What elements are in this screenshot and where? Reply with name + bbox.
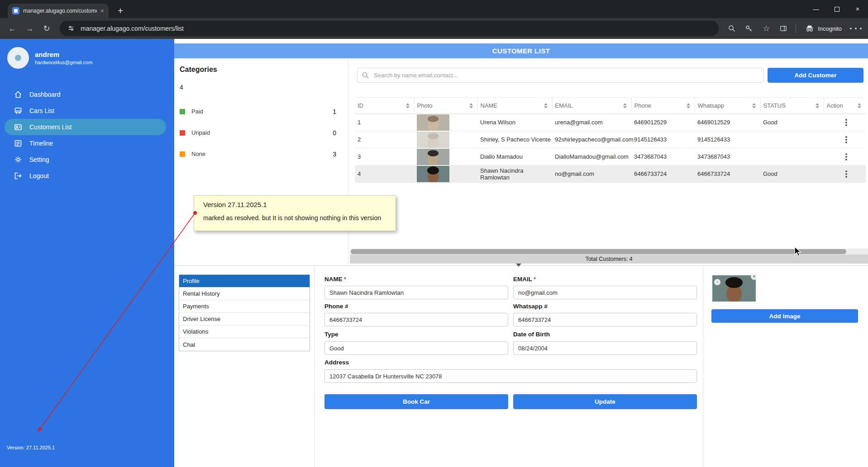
cell-id: 4 [355,165,414,183]
cell-email: no@gmail.com [552,165,631,183]
cell-email: 92shirleypacheco@gmail.com [552,131,631,148]
email-label: EMAIL* [513,276,536,283]
maximize-button[interactable] [826,0,847,18]
table-row[interactable]: 3 Diallo Mamadou DialloMamadou@gmail.com… [355,148,866,165]
table-row[interactable]: 2 Shirley, S Pacheco Vicente 92shirleypa… [355,131,866,148]
main-content: CUSTOMER LIST Categories 4 Paid 1 Unpaid… [174,39,868,467]
total-customers-bar: Total Customers: 4 [350,255,868,264]
timeline-icon [14,139,23,148]
dob-field[interactable] [513,341,697,355]
scrollbar-thumb[interactable] [351,249,846,254]
sidebar-item-logout[interactable]: Logout [5,168,166,184]
minimize-button[interactable]: — [806,0,826,18]
password-key-icon[interactable] [741,21,757,36]
sort-icon[interactable] [469,103,473,108]
add-image-button[interactable]: Add Image [711,309,858,323]
horizontal-scrollbar[interactable] [350,249,868,255]
sidebar-item-customers-list[interactable]: Customers List [5,119,166,135]
sort-icon[interactable] [752,103,756,108]
browser-window: manager.alugago.com/custome × + — × ← → … [0,0,868,467]
annotation-line1: Version 27.11.2025.1 [203,201,396,208]
address-field[interactable] [324,369,697,383]
add-customer-button[interactable]: Add Customer [768,68,863,83]
update-button[interactable]: Update [513,394,697,409]
new-tab-button[interactable]: + [114,5,127,17]
cell-email: DialloMamadou@gmail.com [552,148,631,165]
tab-title: manager.alugago.com/custome [23,8,97,14]
category-item-none[interactable]: None 3 [180,143,348,165]
column-header-photo: Photo [417,102,433,109]
sort-icon[interactable] [687,103,690,108]
customer-photo [417,149,449,165]
dob-label: Date of Birth [513,331,550,338]
browser-menu-button[interactable] [848,21,863,36]
car-icon [14,106,23,115]
type-field[interactable] [324,341,508,355]
table-row-selected[interactable]: 4 Shawn Nacindra Ramlowtan no@gmail.com … [355,165,866,183]
browser-titlebar: manager.alugago.com/custome × + — × [0,0,868,18]
bookmark-star-icon[interactable]: ☆ [758,21,774,36]
category-count: 1 [333,108,336,115]
close-window-button[interactable]: × [847,0,868,18]
tab-profile[interactable]: Profile [179,275,310,288]
row-actions-button[interactable] [826,136,866,143]
url-text: manager.alugago.com/customers/list [81,25,184,32]
tab-chat[interactable]: Chat [179,338,310,351]
incognito-badge: Incognito [801,25,846,32]
phone-field[interactable] [324,313,508,326]
sidebar-item-cars-list[interactable]: Cars List [5,103,166,119]
side-panel-icon[interactable] [776,21,791,36]
category-item-unpaid[interactable]: Unpaid 0 [180,122,348,143]
row-actions-button[interactable] [826,119,866,126]
tab-rental-history[interactable]: Rental History [179,288,310,300]
reload-button[interactable]: ↻ [39,21,54,36]
tab-violations[interactable]: Violations [179,325,310,338]
table-row[interactable]: 1 Urena Wilson urena@gmail.com 646901252… [355,114,866,131]
tab-close-icon[interactable]: × [100,8,104,14]
search-input[interactable] [357,68,764,83]
user-profile: andrem hardwood4us@gmail.com [0,39,174,69]
customers-icon [14,123,23,132]
sort-icon[interactable] [544,103,548,108]
book-car-button[interactable]: Book Car [324,394,508,409]
upload-photo-icon[interactable]: ↑ [714,279,720,285]
tab-payments[interactable]: Payments [179,300,310,313]
customer-photo-preview: ↑ × [712,275,756,302]
sidebar: andrem hardwood4us@gmail.com Dashboard C… [0,39,174,467]
sort-icon[interactable] [623,103,627,108]
sort-icon[interactable] [406,103,410,108]
column-header-whatsapp: Whatsapp [698,102,725,109]
user-name: andrem [35,51,92,58]
row-actions-button[interactable] [826,170,866,178]
sidebar-item-timeline[interactable]: Timeline [5,135,166,151]
remove-image-button[interactable]: × [751,273,758,280]
column-header-id: ID [358,102,363,109]
category-item-paid[interactable]: Paid 1 [180,101,348,122]
row-actions-button[interactable] [826,153,866,160]
address-label: Address [324,359,349,366]
whatsapp-field[interactable] [513,313,697,326]
back-button[interactable]: ← [5,21,20,36]
forward-button[interactable]: → [22,21,37,36]
email-field[interactable] [513,286,697,299]
sidebar-item-label: Cars List [29,107,54,114]
address-bar[interactable]: manager.alugago.com/customers/list [60,21,719,36]
panel-resize-handle-icon[interactable] [516,264,521,267]
browser-toolbar: ← → ↻ manager.alugago.com/customers/list… [0,18,868,39]
column-header-name: NAME [481,102,498,109]
sort-icon[interactable] [858,103,861,108]
incognito-label: Incognito [818,25,842,32]
sort-icon[interactable] [816,103,819,108]
site-controls-icon[interactable] [67,24,75,33]
tab-driver-license[interactable]: Driver License [179,313,310,325]
sidebar-item-setting[interactable]: Setting [5,151,166,168]
cell-status [760,131,824,148]
cell-whatsapp: 9145126433 [695,131,760,148]
sidebar-item-dashboard[interactable]: Dashboard [5,86,166,103]
zoom-icon[interactable] [724,21,739,36]
sidebar-item-label: Dashboard [29,91,61,98]
name-field[interactable] [324,286,508,299]
cell-id: 3 [355,148,414,165]
unpaid-color-swatch [180,130,185,136]
browser-tab[interactable]: manager.alugago.com/custome × [8,4,109,18]
